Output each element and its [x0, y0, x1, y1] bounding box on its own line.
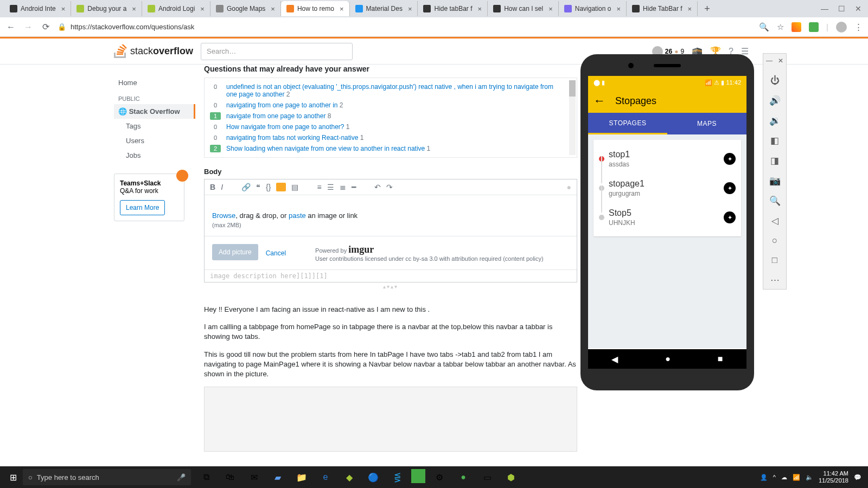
close-icon[interactable]: ×	[616, 5, 621, 13]
related-item[interactable]: 0How navigate from one page to another? …	[205, 121, 577, 132]
edge-icon[interactable]: e	[316, 469, 335, 485]
back-arrow-icon[interactable]: ←	[593, 94, 605, 108]
heading-icon[interactable]: ≣	[340, 183, 346, 191]
taskbar-search[interactable]: ○ Type here to search 🎤	[23, 469, 191, 485]
zoom-icon[interactable]: 🔍	[769, 195, 781, 207]
tab-3[interactable]: Google Maps×	[210, 1, 281, 16]
zoom-icon[interactable]: 🔍	[759, 22, 769, 32]
new-tab-button[interactable]: +	[698, 3, 717, 15]
taskbar-clock[interactable]: 11:42 AM 11/25/2018	[819, 470, 848, 484]
nav-back-icon[interactable]: ◀	[611, 354, 618, 364]
paste-link[interactable]: paste	[289, 211, 306, 220]
chrome-icon[interactable]: 🔵	[363, 469, 383, 485]
profile-avatar[interactable]	[836, 22, 847, 33]
compass-icon[interactable]: ✦	[724, 153, 736, 165]
power-icon[interactable]: ⏻	[770, 75, 780, 86]
close-icon[interactable]: ×	[408, 5, 412, 13]
menu-icon[interactable]: ⋮	[854, 22, 863, 32]
app-icon[interactable]: ▰	[268, 469, 288, 485]
emulator-screen[interactable]: ⬤ ▮ 📶 ⚠ ▮ 11:42 ← Stopages STOPAGES MAPS…	[588, 76, 746, 369]
volume-up-icon[interactable]: 🔊	[769, 95, 781, 106]
browse-link[interactable]: Browse	[212, 211, 235, 220]
tab-stopages[interactable]: STOPAGES	[588, 113, 667, 134]
quote-icon[interactable]: ❝	[256, 183, 260, 191]
hr-icon[interactable]: ━	[352, 183, 356, 191]
forward-button[interactable]: →	[23, 22, 34, 32]
emu-back-icon[interactable]: ◁	[771, 215, 778, 227]
store-icon[interactable]: 🛍	[220, 469, 240, 485]
tab-4[interactable]: How to remo×	[281, 1, 350, 16]
tab-7[interactable]: How can I sel×	[488, 1, 559, 16]
tab-6[interactable]: Hide tabBar f×	[418, 1, 488, 16]
compass-icon[interactable]: ✦	[724, 211, 736, 223]
tab-2[interactable]: Android Logi×	[142, 1, 210, 16]
wifi-icon[interactable]: 📶	[793, 474, 800, 481]
search-input[interactable]: Search…	[201, 43, 353, 60]
compass-icon[interactable]: ✦	[724, 182, 736, 194]
sidebar-users[interactable]: Users	[114, 133, 195, 148]
related-item[interactable]: 1navigate from one page to another 8	[205, 111, 577, 121]
extension-icon[interactable]	[809, 22, 819, 32]
close-icon[interactable]: ×	[132, 5, 136, 13]
close-icon[interactable]: ×	[548, 5, 553, 13]
android-studio-icon[interactable]: ◆	[340, 469, 359, 485]
close-icon[interactable]: ×	[200, 5, 205, 13]
related-item[interactable]: 0navigating from tabs not working React-…	[205, 132, 577, 143]
close-icon[interactable]: ×	[340, 5, 344, 13]
image-icon[interactable]	[276, 183, 286, 191]
tab-0[interactable]: Android Inte×	[4, 1, 71, 16]
volume-down-icon[interactable]: 🔉	[769, 115, 781, 126]
window-minimize[interactable]: —	[821, 4, 828, 13]
sidebar-home[interactable]: Home	[114, 75, 195, 90]
onedrive-icon[interactable]: ☁	[781, 474, 787, 481]
nav-home-icon[interactable]: ●	[665, 354, 671, 364]
more-icon[interactable]: ⋯	[770, 274, 780, 286]
window-close[interactable]: ✕	[855, 4, 861, 13]
help-icon[interactable]: ●	[567, 183, 571, 191]
vscode-icon[interactable]: ⋚	[387, 469, 407, 485]
tray-expand-icon[interactable]: ^	[773, 474, 776, 480]
rotate-left-icon[interactable]: ◧	[770, 135, 779, 146]
app-icon[interactable]	[411, 469, 425, 483]
link-icon[interactable]: 🔗	[241, 183, 251, 191]
settings-icon[interactable]: ⚙	[430, 469, 449, 485]
cancel-link[interactable]: Cancel	[266, 249, 286, 257]
rotate-right-icon[interactable]: ◨	[770, 155, 779, 166]
stop-row[interactable]: stop1assdas ✦	[599, 144, 736, 174]
avd-icon[interactable]: ⬢	[501, 469, 521, 485]
close-icon[interactable]: ×	[478, 5, 482, 13]
reload-button[interactable]: ⟳	[40, 22, 51, 32]
task-view-icon[interactable]: ⧉	[196, 469, 216, 485]
url-input[interactable]: 🔒 https://stackoverflow.com/questions/as…	[58, 23, 752, 31]
emu-overview-icon[interactable]: □	[772, 255, 777, 266]
tab-9[interactable]: Hide TabBar f×	[627, 1, 698, 16]
emu-close[interactable]: ✕	[778, 57, 783, 65]
sidebar-tags[interactable]: Tags	[114, 119, 195, 133]
volume-icon[interactable]: 🔈	[806, 474, 813, 481]
explorer-icon[interactable]: 📁	[292, 469, 311, 485]
resize-handle-icon[interactable]: ▴▾▴▾	[204, 284, 577, 290]
so-logo[interactable]: stackoverflow	[114, 44, 193, 59]
ol-icon[interactable]: ≡	[317, 183, 321, 191]
stop-row[interactable]: stopage1gurgugram ✦	[599, 174, 736, 203]
close-icon[interactable]: ×	[61, 5, 66, 13]
emu-home-icon[interactable]: ○	[772, 235, 777, 246]
app-icon[interactable]: ●	[454, 469, 473, 485]
undo-icon[interactable]: ↶	[374, 183, 381, 191]
tab-1[interactable]: Debug your a×	[71, 1, 142, 16]
upload-area[interactable]: Browse, drag & drop, or paste an image o…	[205, 195, 577, 236]
italic-icon[interactable]: I	[221, 183, 223, 191]
window-maximize[interactable]: ☐	[838, 4, 845, 13]
notifications-icon[interactable]: 💬	[854, 474, 861, 481]
star-icon[interactable]: ☆	[777, 22, 784, 32]
emu-minimize[interactable]: —	[766, 57, 773, 65]
tab-5[interactable]: Material Des×	[350, 1, 418, 16]
nav-recent-icon[interactable]: ■	[718, 354, 723, 364]
camera-icon[interactable]: 📷	[769, 175, 781, 187]
close-icon[interactable]: ×	[271, 5, 275, 13]
sidebar-jobs[interactable]: Jobs	[114, 148, 195, 163]
redo-icon[interactable]: ↷	[386, 183, 393, 191]
code-icon[interactable]: {}	[266, 183, 271, 191]
mail-icon[interactable]: ✉	[244, 469, 264, 485]
learn-more-button[interactable]: Learn More	[120, 200, 165, 215]
